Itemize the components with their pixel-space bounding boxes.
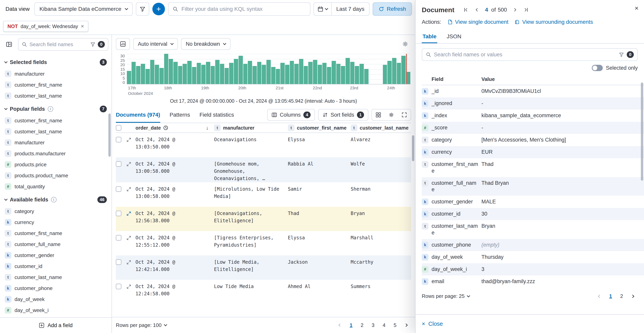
edit-visualization-button[interactable] [399,38,411,50]
expand-document-icon[interactable] [126,234,136,240]
rows-per-page-button[interactable]: Rows per page: 100 [116,322,167,328]
tab-json[interactable]: JSON [446,30,462,43]
column-header[interactable]: t customer_last_name [351,124,411,131]
doc-field-row[interactable]: t customer_full_name Thad Bryan [422,177,644,196]
table-scrollbar[interactable] [412,135,414,161]
date-picker[interactable]: Last 7 days [314,2,370,16]
page-number-button[interactable]: 1 [346,320,356,330]
view-single-document-link[interactable]: View single document [448,19,508,25]
chart-options-button[interactable] [116,38,130,50]
expand-document-icon[interactable] [126,186,136,192]
sort-descending-icon[interactable]: ↓ [206,125,210,131]
filter-pill[interactable]: NOT day_of_week: Wednesday × [3,21,88,32]
row-checkbox[interactable] [116,211,121,216]
field-item[interactable]: # total_quantity [4,181,108,192]
expand-document-icon[interactable] [126,136,136,142]
page-number-button[interactable]: 1 [606,291,616,302]
field-item[interactable]: t manufacturer [4,137,108,148]
time-range-label[interactable]: Last 7 days [332,6,369,12]
column-header[interactable]: t customer_first_name [288,124,351,131]
refresh-button[interactable]: Refresh [373,2,412,16]
doc-field-row[interactable]: k day_of_week Thursday [422,251,644,263]
field-item[interactable]: t manufacturer [4,68,108,79]
doc-field-row[interactable]: t customer_last_name Bryan [422,220,644,239]
row-checkbox[interactable] [116,161,121,167]
select-all-checkbox[interactable] [116,125,121,130]
field-item[interactable]: t products.product_name [4,170,108,181]
doc-field-row[interactable]: # _score - [422,122,644,134]
fullscreen-button[interactable] [398,109,411,120]
breakdown-select[interactable]: No breakdown [181,38,230,50]
field-item[interactable]: # products.price [4,159,108,170]
document-row[interactable]: Oct 24, 2024 @ 13:00:58.000 [Microlution… [116,182,411,207]
page-number-button[interactable]: 3 [368,320,378,330]
kql-search-bar[interactable] [168,2,310,16]
doc-field-row[interactable]: k currency EUR [422,146,644,158]
field-item[interactable]: k currency [4,217,108,228]
last-doc-button[interactable] [521,5,531,15]
field-group-header[interactable]: Available fields i 46 [4,192,108,206]
grid-settings-button[interactable] [385,109,398,120]
add-field-button[interactable]: Add a field [0,317,112,333]
prev-page-icon[interactable] [335,320,345,330]
filter-funnel-icon[interactable] [90,42,96,47]
page-number-button[interactable]: 2 [357,320,367,330]
doc-field-row[interactable]: k email thad@bryan-family.zzz [422,276,644,288]
doc-rows-per-page-button[interactable]: Rows per page: 25 [422,293,470,299]
data-view-picker[interactable]: Kibana Sample Data eCommerce [34,2,133,16]
next-doc-button[interactable] [510,5,520,15]
view-surrounding-documents-link[interactable]: View surrounding documents [514,19,593,25]
filter-funnel-icon[interactable] [619,52,624,57]
sort-fields-button[interactable]: Sort fields 1 [318,109,368,121]
field-item[interactable]: # day_of_week_i [4,305,108,316]
calendar-menu-button[interactable] [314,3,332,15]
doc-field-row[interactable]: k _index kibana_sample_data_ecommerce [422,110,644,122]
next-page-icon[interactable] [401,320,411,330]
field-group-header[interactable]: Selected fields 3 [4,54,108,68]
page-number-button[interactable]: 4 [379,320,389,330]
field-item[interactable]: t customer_full_name [4,239,108,250]
field-item[interactable]: k customer_phone [4,283,108,294]
doc-field-row[interactable]: t category [Men's Accessories, Men's Clo… [422,134,644,146]
doc-field-row[interactable]: k _id 0MvCvZIB9B3fOMiAU1cl [422,85,644,98]
page-number-button[interactable]: 5 [390,320,400,330]
field-item[interactable]: t customer_last_name [4,126,108,137]
remove-filter-icon[interactable]: × [81,24,84,29]
doc-field-row[interactable]: k customer_phone (empty) [422,239,644,251]
doc-field-row[interactable]: t customer_first_name Thad [422,158,644,177]
field-item[interactable]: t customer_last_name [4,272,108,283]
expand-document-icon[interactable] [126,258,136,265]
doc-field-row[interactable]: k customer_gender MALE [422,196,644,208]
tab-table[interactable]: Table [422,30,437,43]
field-item[interactable]: t customer_last_name [4,90,108,101]
filter-settings-button[interactable] [136,2,149,16]
kql-input[interactable] [182,6,306,12]
field-item[interactable]: t customer_first_name [4,79,108,90]
first-doc-button[interactable] [460,5,471,15]
field-item[interactable]: k customer_id [4,261,108,272]
columns-button[interactable]: Columns 4 [267,109,315,121]
sidebar-scrollbar[interactable] [108,114,111,157]
collapse-sidebar-button[interactable] [3,38,15,50]
column-header[interactable]: t manufacturer [214,124,288,131]
prev-doc-button[interactable] [472,5,482,15]
field-group-header[interactable]: Popular fields i 7 [4,101,108,115]
field-search-box[interactable]: 0 [18,38,108,51]
field-item[interactable]: t customer_first_name [4,228,108,239]
expand-document-icon[interactable] [126,283,136,289]
display-density-button[interactable] [372,109,385,120]
expand-document-icon[interactable] [126,160,136,167]
field-item[interactable]: k day_of_week [4,294,108,305]
prev-page-icon[interactable] [594,291,605,302]
row-checkbox[interactable] [116,284,121,289]
selected-only-toggle[interactable] [592,65,603,71]
doc-field-search-box[interactable]: 0 [422,48,638,61]
doc-field-search-input[interactable] [434,52,616,58]
tab-patterns[interactable]: Patterns [170,107,190,123]
row-checkbox[interactable] [116,137,121,142]
field-item[interactable]: k customer_gender [4,250,108,261]
page-number-button[interactable]: 2 [616,291,627,302]
close-flyout-button[interactable]: × Close [422,320,443,327]
doc-field-row[interactable]: # day_of_week_i 3 [422,263,644,276]
row-checkbox[interactable] [116,186,121,192]
